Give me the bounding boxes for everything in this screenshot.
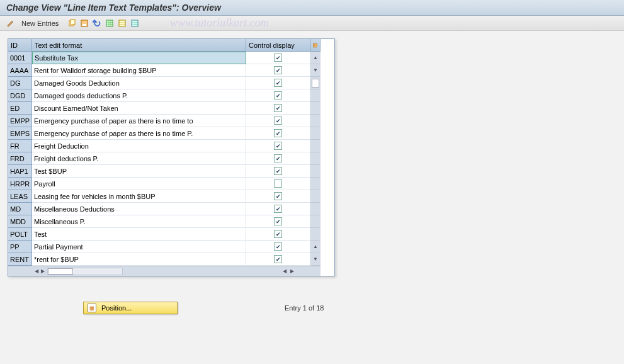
table-row-text[interactable]: Leasing fee for vehicles in month $BUP — [32, 190, 246, 203]
table-row-id[interactable]: MDD — [8, 215, 32, 228]
scroll-track[interactable] — [310, 190, 321, 203]
table-row-id[interactable]: 0001 — [8, 52, 32, 64]
table-row-id[interactable]: EMPS — [8, 127, 32, 140]
new-entries-button[interactable]: New Entries — [18, 19, 62, 28]
table-row-id[interactable]: HRPR — [8, 178, 32, 190]
scroll-track[interactable] — [310, 152, 321, 165]
page-title: Change View "Line Item Text Templates": … — [6, 3, 618, 13]
table-row-id[interactable]: MD — [8, 203, 32, 215]
copy-icon[interactable] — [66, 18, 77, 29]
scroll-down-arrow[interactable]: ▼ — [310, 253, 321, 266]
table-row-id[interactable]: HAP1 — [8, 165, 32, 178]
table-row-text[interactable]: Damaged goods deductions P. — [32, 89, 246, 102]
scroll-track[interactable] — [310, 228, 321, 241]
pencil-icon[interactable] — [5, 18, 16, 29]
table-row-text[interactable]: Rent for Walldorf storage building $BUP — [32, 64, 246, 77]
control-display-checkbox[interactable]: ✔ — [246, 241, 310, 253]
scroll-thumb[interactable] — [310, 77, 321, 89]
position-button[interactable]: ▦ Position... — [83, 302, 178, 314]
control-display-checkbox[interactable]: ✔ — [246, 89, 310, 102]
control-display-checkbox[interactable]: ✔ — [246, 140, 310, 152]
table-row-text[interactable]: Partial Payment — [32, 241, 246, 253]
scroll-track[interactable] — [310, 115, 321, 127]
col-header-id[interactable]: ID — [8, 39, 32, 52]
control-display-checkbox[interactable]: ✔ — [246, 253, 310, 266]
hscroll-track[interactable] — [47, 268, 123, 275]
table-row-text[interactable]: Emergency purchase of paper as there is … — [32, 127, 246, 140]
table-row-id[interactable]: FRD — [8, 152, 32, 165]
hscroll-thumb[interactable] — [48, 268, 73, 275]
table-row-text[interactable]: Emergency purchase of paper as there is … — [32, 115, 246, 127]
control-display-checkbox[interactable]: ✔ — [246, 52, 310, 64]
svg-rect-6 — [132, 20, 138, 26]
hscroll-left-icon[interactable]: ◀ — [33, 268, 40, 274]
select-all-icon[interactable] — [104, 18, 115, 29]
table-row-text[interactable]: Substitute Tax — [32, 52, 246, 64]
undo-icon[interactable] — [91, 18, 103, 29]
hscroll-right-icon[interactable]: ▶ — [40, 268, 46, 274]
table-row-id[interactable]: POLT — [8, 228, 32, 241]
table-row-id[interactable]: DG — [8, 77, 32, 89]
control-display-checkbox[interactable]: ✔ — [246, 102, 310, 115]
col-config-icon[interactable] — [310, 39, 321, 52]
scroll-track[interactable] — [310, 215, 321, 228]
col-header-text[interactable]: Text edit format — [32, 39, 246, 52]
scroll-down-arrow-top[interactable]: ▼ — [310, 64, 321, 77]
control-display-checkbox[interactable]: ✔ — [246, 203, 310, 215]
deselect-icon[interactable] — [116, 18, 128, 29]
svg-rect-5 — [119, 20, 125, 26]
scroll-track[interactable] — [310, 203, 321, 215]
table-row-id[interactable]: AAAA — [8, 64, 32, 77]
svg-rect-7 — [314, 43, 317, 47]
table-row-text[interactable]: Test $BUP — [32, 165, 246, 178]
svg-rect-4 — [106, 20, 113, 26]
table-row-id[interactable]: LEAS — [8, 190, 32, 203]
control-display-checkbox[interactable]: ✔ — [246, 228, 310, 241]
table-row-id[interactable]: FR — [8, 140, 32, 152]
table-row-text[interactable]: *rent for $BUP — [32, 253, 246, 266]
table-row-text[interactable]: Miscellaneous P. — [32, 215, 246, 228]
entry-count-label: Entry 1 of 18 — [285, 304, 324, 312]
scroll-track[interactable] — [310, 140, 321, 152]
hscroll-right2-icon[interactable]: ▶ — [289, 268, 295, 274]
table-row-id[interactable]: ED — [8, 102, 32, 115]
col-header-control[interactable]: Control display — [246, 39, 310, 52]
hscroll-left2-icon[interactable]: ◀ — [281, 268, 288, 274]
control-display-checkbox[interactable]: ✔ — [246, 165, 310, 178]
toolbar: New Entries www.tutorialkart.com — [0, 16, 624, 31]
title-bar: Change View "Line Item Text Templates": … — [0, 0, 624, 16]
watermark-text: www.tutorialkart.com — [170, 16, 269, 30]
table-row-id[interactable]: DGD — [8, 89, 32, 102]
control-display-checkbox[interactable] — [246, 178, 310, 190]
table-row-id[interactable]: EMPP — [8, 115, 32, 127]
print-icon[interactable] — [129, 18, 140, 29]
scroll-track[interactable] — [310, 178, 321, 190]
table-row-text[interactable]: Damaged Goods Deduction — [32, 77, 246, 89]
table-row-id[interactable]: PP — [8, 241, 32, 253]
scroll-track[interactable] — [310, 89, 321, 102]
control-display-checkbox[interactable]: ✔ — [246, 127, 310, 140]
scroll-up-arrow-bottom[interactable]: ▲ — [310, 241, 321, 253]
control-display-checkbox[interactable]: ✔ — [246, 190, 310, 203]
save-icon[interactable] — [79, 18, 90, 29]
scroll-up-arrow[interactable]: ▲ — [310, 52, 321, 64]
position-icon: ▦ — [88, 304, 96, 312]
control-display-checkbox[interactable]: ✔ — [246, 115, 310, 127]
content-area: IDText edit formatControl display0001Sub… — [0, 31, 624, 322]
table-row-text[interactable]: Freight deductions P. — [32, 152, 246, 165]
position-label: Position... — [101, 304, 132, 312]
table-row-text[interactable]: Payroll — [32, 178, 246, 190]
h-scrollbar[interactable]: ◀ ▶ ◀ ▶ — [8, 266, 321, 276]
table-row-text[interactable]: Freight Deduction — [32, 140, 246, 152]
control-display-checkbox[interactable]: ✔ — [246, 77, 310, 89]
table-row-id[interactable]: RENT — [8, 253, 32, 266]
table-row-text[interactable]: Miscellaneous Deductions — [32, 203, 246, 215]
scroll-track[interactable] — [310, 165, 321, 178]
scroll-track[interactable] — [310, 102, 321, 115]
control-display-checkbox[interactable]: ✔ — [246, 215, 310, 228]
scroll-track[interactable] — [310, 127, 321, 140]
table-row-text[interactable]: Test — [32, 228, 246, 241]
table-row-text[interactable]: Discount Earned/Not Taken — [32, 102, 246, 115]
control-display-checkbox[interactable]: ✔ — [246, 64, 310, 77]
control-display-checkbox[interactable]: ✔ — [246, 152, 310, 165]
